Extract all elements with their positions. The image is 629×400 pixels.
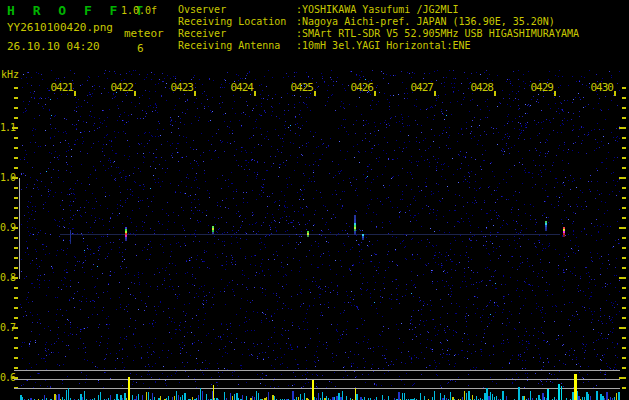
- time-tick-label: 0426: [345, 81, 373, 94]
- meteor-echo-mark: [307, 231, 309, 237]
- info-line-label: Receiver: [178, 28, 296, 40]
- signal-spike: [355, 388, 356, 400]
- level-bar: [322, 392, 323, 400]
- level-bar: [490, 392, 491, 400]
- level-bar: [66, 390, 67, 400]
- freq-tick-right: [622, 117, 626, 119]
- signal-spike: [213, 385, 214, 400]
- signal-spike: [312, 380, 314, 400]
- level-bar: [232, 396, 233, 400]
- level-bar: [56, 395, 57, 400]
- freq-tick-right: [622, 157, 626, 159]
- level-bar: [200, 388, 201, 400]
- output-filename: YY2610100420.png: [7, 21, 113, 34]
- level-bar: [84, 391, 85, 400]
- freq-tick-left: [14, 297, 18, 299]
- freq-tick-left: [14, 257, 18, 259]
- meteor-echo-mark: [70, 230, 71, 244]
- level-bar: [388, 396, 389, 400]
- freq-tick-right: [619, 177, 626, 179]
- freq-tick-right: [622, 357, 626, 359]
- freq-tick-right: [622, 147, 626, 149]
- freq-tick-right: [622, 257, 626, 259]
- time-tick: [434, 91, 436, 96]
- freq-tick-right: [622, 337, 626, 339]
- freq-tick-right: [622, 97, 626, 99]
- freq-tick-left: [14, 87, 18, 89]
- info-line-label: Receiving Location: [178, 16, 296, 28]
- freq-tick-left: [14, 217, 18, 219]
- info-line-value: :10mH 3el.YAGI Horizontal:ENE: [296, 40, 471, 51]
- station-info-block: Ovserver:YOSHIKAWA Yasufumi /JG2MLIRecei…: [178, 4, 579, 52]
- level-bar: [230, 393, 231, 400]
- app-version: 1.0.0f: [121, 5, 157, 16]
- freq-tick-left: [14, 267, 18, 269]
- freq-tick-left: [14, 167, 18, 169]
- freq-tick-right: [622, 347, 626, 349]
- level-bar: [136, 396, 137, 400]
- level-bar: [268, 392, 269, 400]
- freq-tick-right: [622, 207, 626, 209]
- freq-tick-left: [14, 197, 18, 199]
- level-bar: [68, 388, 69, 400]
- level-bar: [420, 393, 421, 400]
- freq-tick-right: [622, 187, 626, 189]
- signal-spike: [561, 386, 562, 400]
- time-tick-label: 0425: [285, 81, 313, 94]
- freq-tick-right: [622, 107, 626, 109]
- level-bar: [242, 395, 243, 400]
- level-bar: [142, 395, 143, 400]
- freq-tick-label: 0.9: [0, 222, 15, 233]
- time-tick: [314, 91, 316, 96]
- freq-tick-left: [14, 187, 18, 189]
- level-bar: [466, 393, 467, 400]
- time-tick-label: 0429: [525, 81, 553, 94]
- freq-tick-right: [619, 127, 626, 129]
- freq-tick-right: [622, 367, 626, 369]
- level-bar: [524, 396, 525, 400]
- meteor-echo-mark: [125, 227, 127, 241]
- level-bar: [184, 393, 186, 400]
- level-bar: [174, 396, 175, 400]
- meteor-echo-mark: [362, 234, 364, 240]
- level-bar: [402, 393, 403, 400]
- info-line-label: Ovserver: [178, 4, 296, 16]
- level-bar: [590, 396, 591, 400]
- level-bar: [492, 394, 493, 400]
- info-line: Receiver:SMArt RTL-SDR V5 52.905MHz USB …: [178, 28, 579, 40]
- level-bar: [132, 395, 133, 400]
- time-tick-label: 0428: [465, 81, 493, 94]
- level-bar: [444, 395, 445, 400]
- freq-tick-left: [14, 237, 18, 239]
- freq-tick-right: [622, 137, 626, 139]
- time-tick: [494, 91, 496, 96]
- level-bar: [502, 391, 504, 400]
- freq-tick-right: [622, 247, 626, 249]
- freq-tick-right: [622, 387, 626, 389]
- time-tick: [74, 91, 76, 96]
- left-marker-line: [19, 178, 20, 279]
- observation-datetime: 26.10.10 04:20: [7, 40, 100, 53]
- time-tick-label: 0422: [105, 81, 133, 94]
- level-bar: [168, 396, 169, 400]
- level-bar: [300, 394, 301, 400]
- time-tick: [614, 91, 616, 96]
- freq-tick-label: 1.1: [0, 122, 15, 133]
- freq-tick-left: [14, 157, 18, 159]
- freq-tick-left: [14, 307, 18, 309]
- info-line: Ovserver:YOSHIKAWA Yasufumi /JG2MLI: [178, 4, 579, 16]
- freq-tick-label: 0.7: [0, 322, 15, 333]
- info-line-value: :SMArt RTL-SDR V5 52.905MHz USB HIGASHIM…: [296, 28, 579, 39]
- time-tick: [254, 91, 256, 96]
- level-bar: [178, 395, 179, 400]
- level-bar: [450, 392, 451, 400]
- signal-spike: [574, 374, 577, 400]
- freq-tick-left: [14, 147, 18, 149]
- freq-tick-left: [14, 357, 18, 359]
- time-tick-label: 0421: [45, 81, 73, 94]
- meteor-echo-mark: [563, 227, 565, 237]
- meteor-echo-mark: [354, 215, 356, 235]
- info-line: Receiving Antenna:10mH 3el.YAGI Horizont…: [178, 40, 579, 52]
- time-tick: [374, 91, 376, 96]
- level-bar: [588, 394, 589, 400]
